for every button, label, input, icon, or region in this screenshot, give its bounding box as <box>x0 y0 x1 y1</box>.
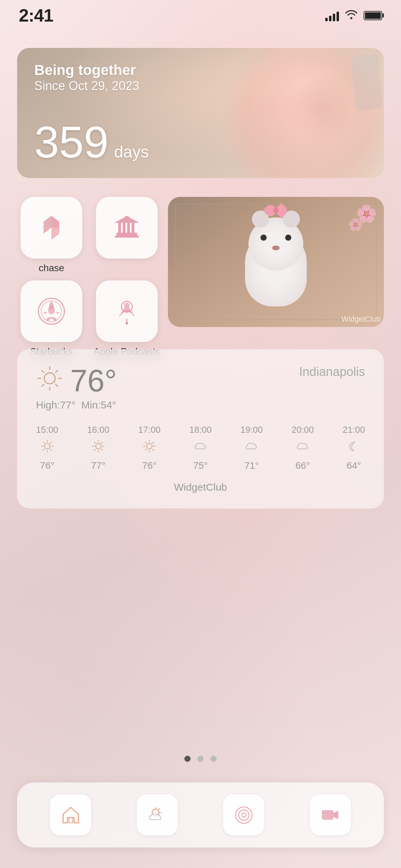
weather-hour-4: 19:00 71° <box>241 425 263 471</box>
moon-icon <box>347 439 361 456</box>
cloud-icon <box>245 439 258 456</box>
photo-widgetclub-label: WidgetClub <box>341 315 380 324</box>
photo-widget[interactable]: 🌸 🌸 WidgetClub <box>168 197 384 327</box>
page-dot-2[interactable] <box>197 756 204 762</box>
svg-line-31 <box>43 442 44 443</box>
weather-range: High:77° Min:54° <box>36 399 117 411</box>
page-dots <box>0 756 401 762</box>
svg-line-43 <box>94 449 95 450</box>
together-widget[interactable]: Being together Since Oct 29, 2023 359 da… <box>17 48 384 178</box>
svg-point-60 <box>239 810 249 820</box>
svg-rect-2 <box>123 223 125 234</box>
dock-video[interactable] <box>310 794 351 835</box>
svg-line-41 <box>101 449 102 450</box>
signal-icon <box>325 10 339 21</box>
together-days: 359 days <box>34 120 367 164</box>
dock-home[interactable] <box>50 794 91 835</box>
svg-line-25 <box>42 384 44 386</box>
svg-line-23 <box>56 384 58 386</box>
svg-rect-4 <box>132 223 134 234</box>
sun-icon <box>92 439 105 456</box>
svg-line-40 <box>94 442 95 443</box>
weather-top: 76° High:77° Min:54° Indianapolis <box>36 365 365 411</box>
svg-point-10 <box>48 306 55 314</box>
app-icon-bank[interactable] <box>96 197 158 259</box>
svg-line-22 <box>42 370 44 373</box>
svg-line-50 <box>153 449 154 450</box>
svg-line-57 <box>159 808 160 809</box>
svg-point-44 <box>147 443 152 449</box>
weather-hour-1: 16:00 77° <box>87 425 109 471</box>
battery-icon <box>364 11 382 20</box>
cloud-icon <box>296 439 309 456</box>
sun-icon <box>40 439 54 456</box>
svg-point-35 <box>96 443 101 449</box>
app-icon-starbucks[interactable] <box>21 280 82 342</box>
dock-target[interactable] <box>223 794 264 835</box>
svg-line-49 <box>145 442 146 443</box>
app-icon-podcasts[interactable] <box>96 280 158 342</box>
svg-rect-62 <box>322 810 333 820</box>
weather-widget-source: WidgetClub <box>36 481 365 493</box>
sun-icon-large <box>36 365 63 397</box>
weather-temp: 76° <box>70 365 117 396</box>
dock <box>17 782 384 847</box>
svg-line-34 <box>43 449 44 450</box>
weather-hour-0: 15:00 76° <box>36 425 58 471</box>
svg-point-61 <box>242 813 246 817</box>
sun-icon <box>143 439 156 456</box>
dock-weather[interactable] <box>137 794 178 835</box>
days-number: 359 <box>34 120 109 164</box>
wifi-icon <box>345 9 357 22</box>
app-starbucks[interactable]: Starbucks <box>17 280 86 357</box>
svg-rect-53 <box>69 818 73 823</box>
days-label: days <box>114 142 149 161</box>
app-icon-chase[interactable] <box>21 197 82 259</box>
status-time: 2:41 <box>19 5 53 26</box>
apps-section: chase <box>17 197 384 357</box>
page-dot-1[interactable] <box>184 756 191 762</box>
svg-line-42 <box>101 442 102 443</box>
svg-rect-1 <box>118 223 121 234</box>
svg-line-32 <box>50 449 51 450</box>
cloud-icon <box>194 439 207 456</box>
app-bank[interactable] <box>93 197 161 263</box>
apps-grid: chase <box>17 197 384 357</box>
svg-line-24 <box>56 370 58 373</box>
weather-hour-6: 21:00 64° <box>343 425 365 471</box>
status-bar: 2:41 <box>0 0 401 31</box>
together-subtitle: Since Oct 29, 2023 <box>34 79 367 93</box>
weather-hour-2: 17:00 76° <box>138 425 160 471</box>
app-chase[interactable]: chase <box>17 197 86 274</box>
app-label-chase: chase <box>39 263 64 274</box>
page-dot-3[interactable] <box>210 756 217 762</box>
weather-hour-3: 18:00 75° <box>189 425 211 471</box>
svg-rect-3 <box>127 223 130 234</box>
weather-city: Indianapolis <box>299 365 365 379</box>
together-title: Being together <box>34 62 367 79</box>
svg-line-33 <box>50 442 51 443</box>
weather-widget[interactable]: 76° High:77° Min:54° Indianapolis 15:00 <box>17 349 384 508</box>
svg-point-59 <box>235 807 252 823</box>
app-podcasts[interactable]: Apple Podcasts <box>93 280 161 357</box>
svg-line-51 <box>153 442 154 443</box>
svg-rect-7 <box>115 236 139 238</box>
svg-point-16 <box>125 322 128 325</box>
weather-hour-5: 20:00 66° <box>292 425 314 471</box>
svg-point-26 <box>45 443 50 449</box>
svg-point-17 <box>44 373 55 384</box>
svg-line-52 <box>145 449 146 450</box>
weather-hours: 15:00 76° 16:00 <box>36 425 365 471</box>
together-content: Being together Since Oct 29, 2023 <box>34 62 367 93</box>
status-icons <box>325 9 382 22</box>
